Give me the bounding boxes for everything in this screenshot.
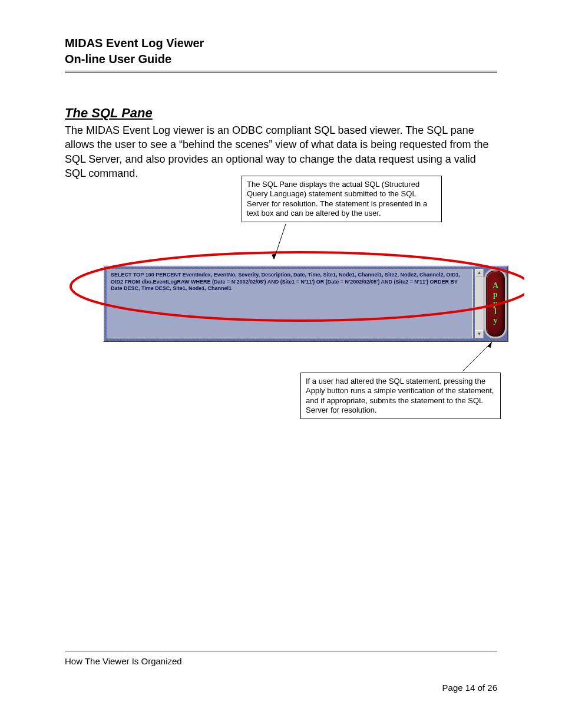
sql-textbox[interactable]: SELECT TOP 100 PERCENT EventIndex, Event… xyxy=(107,269,473,338)
doc-title-line1: MIDAS Event Log Viewer xyxy=(65,35,497,51)
section-heading: The SQL Pane xyxy=(65,106,497,121)
apply-button-wrap: Apply xyxy=(486,269,505,338)
callout-apply-button: If a user had altered the SQL statement,… xyxy=(300,373,501,419)
footer-divider xyxy=(65,651,497,651)
callout-sql-pane: The SQL Pane displays the actual SQL (St… xyxy=(242,176,442,222)
doc-header: MIDAS Event Log Viewer On-line User Guid… xyxy=(65,35,497,67)
footer-section: How The Viewer Is Organized xyxy=(65,656,182,666)
scrollbar[interactable]: ▲ ▼ xyxy=(474,269,484,338)
scroll-up-icon[interactable]: ▲ xyxy=(475,269,484,277)
scroll-down-icon[interactable]: ▼ xyxy=(475,330,484,338)
apply-button[interactable]: Apply xyxy=(486,271,505,337)
header-divider xyxy=(65,71,497,73)
sql-pane-frame: SELECT TOP 100 PERCENT EventIndex, Event… xyxy=(103,265,508,342)
sql-pane-figure: SELECT TOP 100 PERCENT EventIndex, Event… xyxy=(103,265,508,342)
footer-page-number: Page 14 of 26 xyxy=(442,683,497,693)
doc-title-line2: On-line User Guide xyxy=(65,51,497,67)
section-body: The MIDAS Event Log viewer is an ODBC co… xyxy=(65,123,497,180)
